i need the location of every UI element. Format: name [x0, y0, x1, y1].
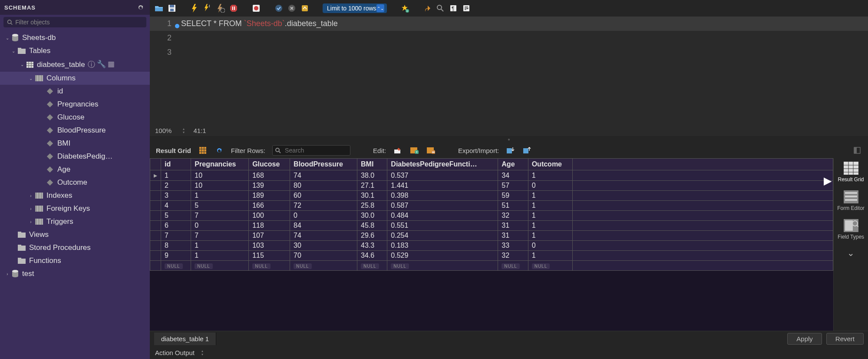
- row-selector[interactable]: [150, 191, 161, 201]
- grid-cell[interactable]: 0: [191, 221, 249, 231]
- sql-editor[interactable]: 1SELECT * FROM `Sheets-db`.diabetes_tabl…: [150, 17, 868, 125]
- sidebar-db-test[interactable]: ›test: [0, 267, 150, 280]
- grid-cell[interactable]: 0.537: [387, 170, 498, 181]
- sidebar-item-Tables[interactable]: ⌄Tables: [0, 44, 150, 57]
- chevron-down-icon[interactable]: ⌄: [847, 248, 855, 258]
- grid-cell[interactable]: 1: [528, 221, 572, 231]
- grid-cell[interactable]: 0.398: [387, 191, 498, 201]
- grid-cell[interactable]: 30.0: [357, 211, 387, 221]
- favorite-icon[interactable]: +: [400, 3, 409, 13]
- grid-cell-null[interactable]: NULL: [498, 261, 528, 271]
- grid-cell[interactable]: 1: [528, 211, 572, 221]
- grid-cell-null[interactable]: NULL: [191, 261, 249, 271]
- refresh-icon[interactable]: [136, 3, 145, 12]
- row-selector[interactable]: [150, 170, 161, 181]
- grid-cell[interactable]: 0: [528, 241, 572, 251]
- grid-cell[interactable]: 6: [161, 221, 191, 231]
- grid-cell-null[interactable]: NULL: [161, 261, 191, 271]
- grid-cell[interactable]: 1: [161, 170, 191, 181]
- grid-cell[interactable]: 100: [249, 211, 290, 221]
- grid-cell[interactable]: 9: [161, 251, 191, 261]
- grid-cell[interactable]: 27.1: [357, 181, 387, 191]
- grid-cell[interactable]: 118: [249, 221, 290, 231]
- toggle-icon-1[interactable]: [251, 3, 261, 13]
- grid-cell[interactable]: 45.8: [357, 221, 387, 231]
- grid-cell[interactable]: 74: [290, 170, 357, 181]
- grid-cell[interactable]: 84: [290, 221, 357, 231]
- grid-cell[interactable]: 1: [528, 191, 572, 201]
- side-panel-result grid[interactable]: Result Grid: [838, 162, 864, 183]
- sidebar-column[interactable]: BMI: [0, 137, 150, 150]
- grid-cell[interactable]: 5: [191, 201, 249, 211]
- grid-cell[interactable]: 0.529: [387, 251, 498, 261]
- export-icon[interactable]: [506, 146, 515, 155]
- info-icon[interactable]: ⓘ: [88, 60, 95, 70]
- autocommit-icon[interactable]: [300, 3, 310, 13]
- column-header[interactable]: Glucose: [249, 159, 290, 170]
- row-selector[interactable]: [150, 211, 161, 221]
- grid-cell[interactable]: 1: [191, 191, 249, 201]
- side-panel-form editor[interactable]: Form Editor: [837, 190, 865, 211]
- grid-cell-null[interactable]: NULL: [528, 261, 572, 271]
- grid-cell[interactable]: 3: [161, 191, 191, 201]
- save-file-icon[interactable]: [167, 3, 177, 13]
- grid-mini-icon[interactable]: ▦: [108, 60, 115, 70]
- grid-cell-null[interactable]: NULL: [387, 261, 498, 271]
- grid-cell[interactable]: 7: [191, 211, 249, 221]
- zoom-stepper[interactable]: ▴▾: [183, 128, 185, 134]
- grid-cell[interactable]: 0.183: [387, 241, 498, 251]
- sidebar-db-Sheets-db[interactable]: ⌄Sheets-db: [0, 31, 150, 44]
- refresh-results-icon[interactable]: [215, 146, 224, 155]
- sidebar-table-diabetes_table[interactable]: ⌄diabetes_tableⓘ🔧▦: [0, 57, 150, 72]
- sidebar-column[interactable]: Glucose: [0, 111, 150, 124]
- sidebar-item-Views[interactable]: Views: [0, 228, 150, 241]
- sidebar-column[interactable]: Age: [0, 163, 150, 176]
- grid-cell[interactable]: 70: [290, 251, 357, 261]
- row-selector[interactable]: [150, 251, 161, 261]
- edit-row-icon[interactable]: [393, 146, 403, 155]
- execute-current-icon[interactable]: I: [203, 3, 212, 13]
- grid-cell[interactable]: 189: [249, 191, 290, 201]
- grid-cell[interactable]: 8: [161, 241, 191, 251]
- find-icon[interactable]: [436, 3, 445, 13]
- grid-cell[interactable]: 166: [249, 201, 290, 211]
- grid-cell[interactable]: 7: [191, 231, 249, 241]
- column-header[interactable]: DiabetesPedigreeFuncti…: [387, 159, 498, 170]
- grid-cell[interactable]: 32: [498, 251, 528, 261]
- sidebar-section-Triggers[interactable]: ›Triggers: [0, 215, 150, 228]
- revert-button[interactable]: Revert: [826, 333, 864, 345]
- grid-cell-null[interactable]: NULL: [357, 261, 387, 271]
- grid-cell[interactable]: 4: [161, 201, 191, 211]
- grid-cell[interactable]: 107: [249, 231, 290, 241]
- sidebar-section-Foreign Keys[interactable]: ›Foreign Keys: [0, 202, 150, 215]
- grid-cell[interactable]: 0: [290, 211, 357, 221]
- grid-cell[interactable]: 29.6: [357, 231, 387, 241]
- grid-cell[interactable]: 5: [161, 211, 191, 221]
- grid-cell[interactable]: 0.587: [387, 201, 498, 211]
- sidebar-column[interactable]: id: [0, 85, 150, 98]
- sidebar-item-Stored Procedures[interactable]: Stored Procedures: [0, 241, 150, 254]
- grid-cell[interactable]: 33: [498, 241, 528, 251]
- grid-cell[interactable]: 1: [528, 251, 572, 261]
- beautify-icon[interactable]: [422, 3, 432, 13]
- grid-cell[interactable]: 0.551: [387, 221, 498, 231]
- grid-cell[interactable]: 7: [161, 231, 191, 241]
- grid-cell[interactable]: 38.0: [357, 170, 387, 181]
- grid-cell[interactable]: 30.1: [357, 191, 387, 201]
- grid-cell[interactable]: 1: [191, 241, 249, 251]
- sidebar-section-Indexes[interactable]: ›Indexes: [0, 189, 150, 202]
- grid-cell[interactable]: 30: [290, 241, 357, 251]
- sidebar-section-Columns[interactable]: ⌄Columns: [0, 72, 150, 85]
- sidebar-item-Functions[interactable]: Functions: [0, 254, 150, 267]
- open-file-icon[interactable]: [154, 3, 164, 13]
- wrap-icon[interactable]: [462, 3, 471, 13]
- grid-cell[interactable]: 1: [528, 170, 572, 181]
- grid-cell[interactable]: 31: [498, 231, 528, 241]
- row-selector[interactable]: [150, 181, 161, 191]
- column-header[interactable]: Outcome: [528, 159, 572, 170]
- grid-cell-null[interactable]: NULL: [249, 261, 290, 271]
- splitter-handle[interactable]: ●: [150, 136, 868, 143]
- grid-cell[interactable]: 139: [249, 181, 290, 191]
- grid-cell-null[interactable]: NULL: [290, 261, 357, 271]
- commit-icon[interactable]: [274, 3, 284, 13]
